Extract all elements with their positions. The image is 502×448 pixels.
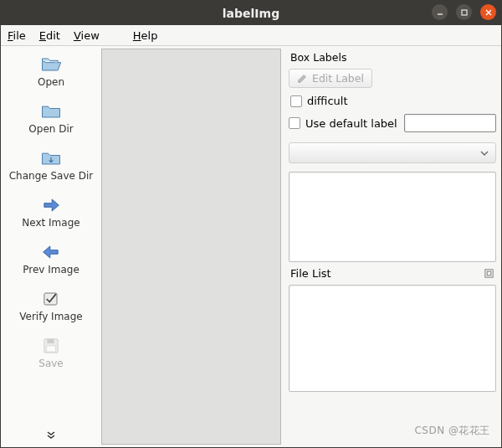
menubar: File Edit View Help (1, 25, 501, 46)
svg-rect-9 (487, 271, 491, 275)
pencil-icon (297, 73, 308, 84)
file-listbox[interactable] (289, 285, 496, 392)
content-area: Open Open Dir Change Save Dir Next Image… (1, 46, 501, 447)
save-button: Save (1, 331, 101, 376)
default-label-row: Use default label (289, 114, 496, 132)
default-label-input[interactable] (404, 114, 496, 132)
box-labels-title: Box Labels (289, 49, 496, 64)
folder-save-icon (39, 147, 63, 170)
menu-file[interactable]: File (8, 29, 26, 42)
difficult-checkbox-row[interactable]: difficult (289, 93, 496, 109)
toolbar: Open Open Dir Change Save Dir Next Image… (1, 46, 101, 447)
svg-rect-8 (485, 270, 493, 277)
checkbox-check-icon (39, 287, 63, 311)
menu-view[interactable]: View (74, 29, 100, 42)
toolbar-label: Verify Image (19, 311, 82, 322)
toolbar-label: Open Dir (28, 123, 73, 135)
open-button[interactable]: Open (1, 49, 101, 95)
file-list-header: File List (289, 267, 496, 280)
menu-edit[interactable]: Edit (39, 29, 60, 42)
use-default-label-text: Use default label (305, 117, 397, 130)
folder-open-icon (39, 53, 63, 76)
right-panel: Box Labels Edit Label difficult Use defa… (284, 46, 501, 447)
svg-rect-7 (47, 346, 56, 352)
folder-icon (39, 100, 63, 123)
prev-image-button[interactable]: Prev Image (1, 237, 101, 282)
svg-rect-1 (462, 10, 467, 15)
window-title: labelImg (1, 7, 501, 20)
verify-image-button[interactable]: Verify Image (1, 284, 101, 329)
svg-rect-6 (47, 339, 54, 343)
toolbar-label: Change Save Dir (9, 170, 94, 182)
edit-label-button: Edit Label (289, 69, 372, 88)
toolbar-label: Next Image (22, 217, 79, 229)
checkbox-icon[interactable] (290, 95, 302, 107)
toolbar-overflow-icon[interactable] (46, 429, 56, 442)
chevron-down-icon (480, 149, 489, 157)
arrow-left-icon (39, 240, 63, 264)
toolbar-label: Prev Image (23, 264, 79, 275)
edit-label-text: Edit Label (312, 72, 364, 85)
canvas-area[interactable] (101, 49, 281, 445)
next-image-button[interactable]: Next Image (1, 190, 101, 235)
titlebar: labelImg (1, 1, 501, 25)
toolbar-label: Save (38, 358, 63, 369)
change-save-dir-button[interactable]: Change Save Dir (1, 143, 101, 188)
app-window: labelImg File Edit View Help Open (0, 0, 502, 448)
close-button[interactable] (480, 4, 496, 20)
minimize-button[interactable] (432, 4, 448, 20)
checkbox-icon[interactable] (289, 117, 300, 129)
window-controls (432, 4, 496, 20)
toolbar-label: Open (38, 76, 64, 88)
use-default-label-checkbox[interactable]: Use default label (289, 117, 397, 130)
maximize-button[interactable] (456, 4, 472, 20)
open-dir-button[interactable]: Open Dir (1, 96, 101, 142)
menu-help[interactable]: Help (133, 29, 158, 42)
label-dropdown[interactable] (289, 142, 496, 163)
file-list-title: File List (290, 267, 331, 280)
labels-listbox[interactable] (289, 172, 496, 262)
detach-icon[interactable] (484, 268, 494, 279)
difficult-label: difficult (307, 95, 348, 107)
arrow-right-icon (39, 193, 63, 217)
floppy-disk-icon (39, 334, 63, 358)
